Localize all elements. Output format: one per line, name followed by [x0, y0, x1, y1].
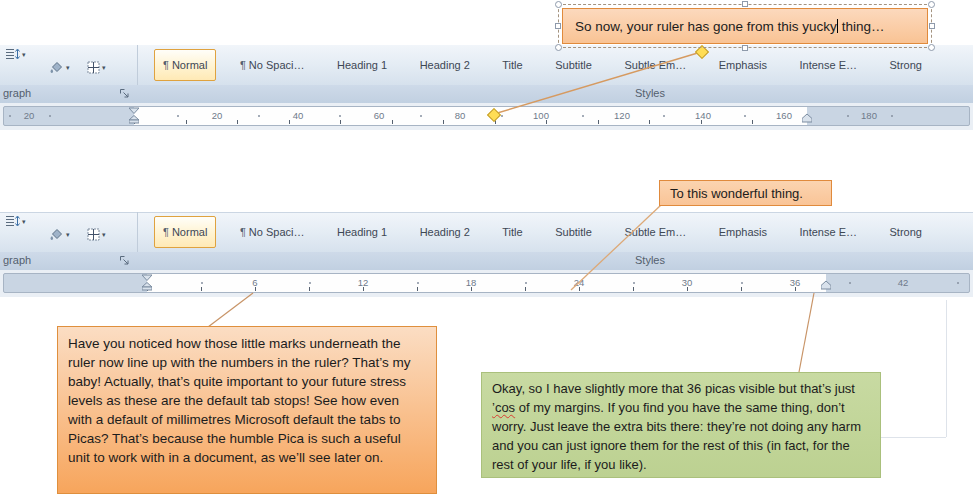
callout-wonderful-thing[interactable]: To this wonderful thing.	[659, 180, 832, 206]
tab-stop-mark	[443, 120, 444, 124]
left-indent-marker[interactable]	[142, 287, 152, 290]
ruler-mid-dot	[849, 282, 851, 284]
first-line-indent-marker[interactable]	[129, 108, 139, 114]
style-chip-label: Normal	[172, 59, 207, 71]
tab-stop-mark	[309, 287, 310, 291]
selection-handle-left[interactable]	[555, 23, 561, 29]
ruler-mid-dot	[309, 282, 311, 284]
text-run: thing…	[838, 19, 885, 34]
style-chip-normal[interactable]: ¶Normal	[154, 216, 216, 248]
horizontal-ruler-picas[interactable]: 6121824303642	[3, 273, 970, 293]
page-edge-horizontal	[878, 437, 946, 438]
tab-stop-mark	[579, 287, 580, 291]
style-chip-label: Normal	[172, 226, 207, 238]
style-chip-label: No Spaci…	[249, 59, 305, 71]
word-ruler-tutorial-screenshot: ▾ ▾ ▾ ¶Normal¶No Spaci…Heading 1Heading …	[0, 0, 973, 499]
borders-button[interactable]: ▾	[84, 59, 109, 76]
dialog-launcher-icon[interactable]	[119, 88, 130, 99]
selection-handle-bottom-left[interactable]	[555, 44, 562, 51]
ruler-area-top: 2040608010012014016020180	[0, 103, 973, 130]
dropdown-arrow-icon: ▾	[22, 51, 26, 58]
style-chip-label: Heading 1	[337, 59, 387, 71]
shading-button[interactable]: ▾	[46, 226, 73, 243]
first-line-indent-marker[interactable]	[142, 275, 152, 281]
hanging-indent-marker[interactable]	[142, 283, 152, 288]
right-indent-marker[interactable]	[802, 113, 812, 123]
style-chip-emphasis[interactable]: Emphasis	[710, 49, 776, 81]
selection-handle-top-left[interactable]	[555, 1, 562, 8]
ruler-text-area	[147, 274, 826, 292]
callout-yucky-text: So now, your ruler has gone from this yu…	[575, 19, 885, 34]
style-chip-heading-1[interactable]: Heading 1	[328, 49, 396, 81]
style-chip-no-spaci[interactable]: ¶No Spaci…	[231, 216, 314, 248]
selection-handle-top[interactable]	[742, 1, 748, 7]
style-chip-intense-e[interactable]: Intense E…	[791, 49, 866, 81]
tab-stop-mark	[237, 120, 238, 124]
ribbon-group-labels-bottom: graph Styles	[0, 252, 973, 271]
style-chip-subtitle[interactable]: Subtitle	[546, 216, 601, 248]
dropdown-arrow-icon: ▾	[102, 64, 106, 71]
selection-handle-right[interactable]	[929, 23, 935, 29]
ruler-number: 60	[374, 107, 385, 125]
ruler-mid-dot	[420, 115, 422, 117]
tab-stop-mark	[795, 287, 796, 291]
style-chip-subtitle[interactable]: Subtitle	[546, 49, 601, 81]
style-chip-strong[interactable]: Strong	[881, 216, 931, 248]
ruler-number: 140	[695, 107, 711, 125]
tab-stop-mark	[649, 120, 650, 124]
shading-icon	[49, 61, 64, 74]
ruler-mid-dot	[582, 115, 584, 117]
shading-button[interactable]: ▾	[46, 59, 73, 76]
borders-icon	[87, 61, 100, 74]
dialog-launcher-icon[interactable]	[119, 255, 130, 266]
right-indent-marker[interactable]	[821, 280, 831, 290]
style-chip-subtle-em[interactable]: Subtle Em…	[615, 49, 695, 81]
styles-gallery-bottom: ¶Normal¶No Spaci…Heading 1Heading 2Title…	[146, 215, 973, 249]
ruler-mid-dot	[957, 282, 959, 284]
selection-handle-top-right[interactable]	[928, 1, 935, 8]
horizontal-ruler-millimetres[interactable]: 2040608010012014016020180	[3, 106, 970, 126]
callout-margins-text: Okay, so I have slightly more that 36 pi…	[492, 381, 861, 472]
hanging-indent-marker[interactable]	[129, 116, 139, 121]
page-edge-vertical	[946, 300, 947, 437]
ruler-number: 42	[898, 274, 909, 292]
line-spacing-button[interactable]: ▾	[2, 213, 29, 229]
callout-tab-stops-text: Have you noticed how those little marks …	[68, 336, 410, 465]
text-run: So now, your ruler has gone from this yu…	[575, 19, 837, 34]
ruler-number: 120	[614, 107, 630, 125]
ruler-mid-dot	[847, 115, 849, 117]
ruler-mid-dot	[9, 115, 11, 117]
dropdown-arrow-icon: ▾	[66, 231, 70, 238]
style-chip-no-spaci[interactable]: ¶No Spaci…	[231, 49, 314, 81]
indent-markers[interactable]	[129, 107, 139, 124]
callout-tab-stops[interactable]: Have you noticed how those little marks …	[57, 326, 437, 494]
style-chip-label: Title	[502, 226, 522, 238]
style-chip-intense-e[interactable]: Intense E…	[791, 216, 866, 248]
tab-stop-mark	[289, 120, 290, 124]
tab-stop-mark	[363, 287, 364, 291]
callout-yucky-thing[interactable]: So now, your ruler has gone from this yu…	[562, 8, 928, 44]
ruler-number: 40	[293, 107, 304, 125]
style-chip-title[interactable]: Title	[493, 49, 531, 81]
style-chip-heading-2[interactable]: Heading 2	[411, 49, 479, 81]
selection-handle-bottom-right[interactable]	[928, 44, 935, 51]
selection-handle-bottom[interactable]	[742, 45, 748, 51]
tab-stop-mark	[340, 120, 341, 124]
style-chip-subtle-em[interactable]: Subtle Em…	[615, 216, 695, 248]
left-indent-marker[interactable]	[129, 120, 139, 123]
style-chip-emphasis[interactable]: Emphasis	[710, 216, 776, 248]
style-chip-strong[interactable]: Strong	[881, 49, 931, 81]
ruler-mid-dot	[741, 282, 743, 284]
style-chip-normal[interactable]: ¶Normal	[154, 49, 216, 81]
borders-button[interactable]: ▾	[84, 226, 109, 243]
style-chip-title[interactable]: Title	[493, 216, 531, 248]
line-spacing-button[interactable]: ▾	[2, 46, 29, 62]
style-chip-label: Emphasis	[719, 226, 767, 238]
style-chip-heading-1[interactable]: Heading 1	[328, 216, 396, 248]
style-chip-label: Title	[502, 59, 522, 71]
callout-yucky-selection-frame[interactable]: So now, your ruler has gone from this yu…	[558, 4, 932, 48]
indent-markers[interactable]	[142, 274, 152, 291]
style-chip-heading-2[interactable]: Heading 2	[411, 216, 479, 248]
callout-margins[interactable]: Okay, so I have slightly more that 36 pi…	[481, 372, 881, 478]
ruler-mid-dot	[49, 115, 51, 117]
